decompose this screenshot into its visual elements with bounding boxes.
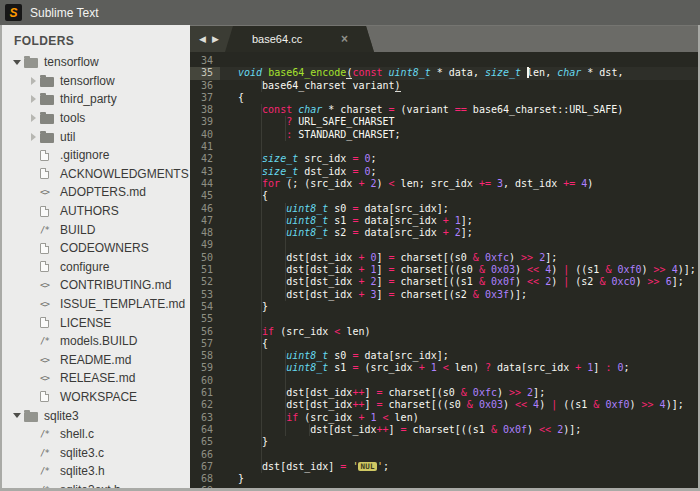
code-text[interactable]: dst[dst_idx++] = charset[((s1 & 0x0f) <<… (220, 424, 698, 436)
line-number[interactable]: 45 (190, 190, 220, 202)
tab-close-icon[interactable]: × (341, 34, 348, 44)
tree-item[interactable]: util (2, 127, 190, 146)
code-text[interactable]: } (220, 473, 698, 485)
code-text[interactable]: dst[dst_idx] = 'NUL'; (220, 461, 698, 473)
tree-item[interactable]: <>ADOPTERS.md (2, 183, 190, 202)
tree-item[interactable]: /*BUILD (2, 220, 190, 239)
code-line[interactable]: 36base64_charset variant) (190, 80, 698, 92)
code-line[interactable]: 39? URL_SAFE_CHARSET (190, 116, 698, 128)
code-text[interactable] (220, 55, 698, 67)
line-number[interactable]: 59 (190, 362, 220, 374)
code-text[interactable] (220, 375, 698, 387)
line-number[interactable]: 43 (190, 166, 220, 178)
tree-item[interactable]: <>RELEASE.md (2, 369, 190, 388)
code-text[interactable] (220, 449, 698, 461)
line-number[interactable]: 56 (190, 326, 220, 338)
line-number[interactable]: 54 (190, 301, 220, 313)
expand-icon[interactable] (26, 77, 40, 85)
line-number[interactable]: 61 (190, 387, 220, 399)
line-number[interactable]: 46 (190, 203, 220, 215)
tree-item[interactable]: configure (2, 258, 190, 277)
line-number[interactable]: 42 (190, 153, 220, 165)
code-line[interactable]: 58uint8_t s0 = data[src_idx]; (190, 350, 698, 362)
tab-label[interactable]: base64.cc (252, 33, 341, 45)
code-line[interactable]: 59uint8_t s1 = (src_idx + 1 < len) ? dat… (190, 362, 698, 374)
code-line[interactable]: 67dst[dst_idx] = 'NUL'; (190, 461, 698, 473)
code-text[interactable]: base64_charset variant) (220, 80, 698, 92)
code-text[interactable]: uint8_t s1 = data[src_idx + 1]; (220, 215, 698, 227)
code-line[interactable]: 49 (190, 239, 698, 251)
line-number[interactable]: 50 (190, 252, 220, 264)
code-line[interactable]: 43size_t dst_idx = 0; (190, 166, 698, 178)
line-number[interactable]: 66 (190, 449, 220, 461)
code-line[interactable]: 60 (190, 375, 698, 387)
tab-base64[interactable]: base64.cc × (225, 26, 374, 52)
line-number[interactable]: 67 (190, 461, 220, 473)
code-line[interactable]: 50dst[dst_idx + 0] = charset[(s0 & 0xfc)… (190, 252, 698, 264)
line-number[interactable]: 39 (190, 116, 220, 128)
line-number[interactable]: 53 (190, 289, 220, 301)
tab-scroll-right-icon[interactable]: ▶ (212, 34, 219, 44)
code-text[interactable]: uint8_t s2 = data[src_idx + 2]; (220, 227, 698, 239)
line-number[interactable]: 65 (190, 436, 220, 448)
code-line[interactable]: 38const char * charset = (variant == bas… (190, 104, 698, 116)
code-text[interactable]: } (220, 301, 698, 313)
code-text[interactable]: void base64_encode(const uint8_t * data,… (220, 67, 698, 79)
code-line[interactable]: 68} (190, 473, 698, 485)
tree-item[interactable]: /*shell.c (2, 425, 190, 444)
tree-item[interactable]: .gitignore (2, 146, 190, 165)
expand-icon[interactable] (26, 133, 40, 141)
code-text[interactable]: ? URL_SAFE_CHARSET (220, 116, 698, 128)
code-line[interactable]: 45{ (190, 190, 698, 202)
code-line[interactable]: 64dst[dst_idx++] = charset[((s1 & 0x0f) … (190, 424, 698, 436)
line-number[interactable]: 55 (190, 313, 220, 325)
tree-item[interactable]: WORKSPACE (2, 388, 190, 407)
collapse-icon[interactable] (10, 413, 24, 418)
code-text[interactable]: size_t src_idx = 0; (220, 153, 698, 165)
code-text[interactable]: const char * charset = (variant == base6… (220, 104, 698, 116)
code-text[interactable]: : STANDARD_CHARSET; (220, 129, 698, 141)
tree-item[interactable]: <>ISSUE_TEMPLATE.md (2, 295, 190, 314)
line-number[interactable]: 49 (190, 239, 220, 251)
line-number[interactable]: 62 (190, 399, 220, 411)
code-line[interactable]: 51dst[dst_idx + 1] = charset[((s0 & 0x03… (190, 264, 698, 276)
code-line[interactable]: 41 (190, 141, 698, 153)
code-line[interactable]: 44for (; (src_idx + 2) < len; src_idx +=… (190, 178, 698, 190)
code-text[interactable]: for (; (src_idx + 2) < len; src_idx += 3… (220, 178, 698, 190)
code-line[interactable]: 66 (190, 449, 698, 461)
code-text[interactable]: dst[dst_idx + 2] = charset[((s1 & 0x0f) … (220, 276, 698, 288)
code-line[interactable]: 69 (190, 485, 698, 488)
code-text[interactable] (220, 141, 698, 153)
code-text[interactable]: dst[dst_idx + 3] = charset[(s2 & 0x3f)]; (220, 289, 698, 301)
code-text[interactable]: { (220, 92, 698, 104)
tree-item[interactable]: ACKNOWLEDGMENTS (2, 165, 190, 184)
code-line[interactable]: 48uint8_t s2 = data[src_idx + 2]; (190, 227, 698, 239)
line-number[interactable]: 52 (190, 276, 220, 288)
code-line[interactable]: 35void base64_encode(const uint8_t * dat… (190, 67, 698, 79)
tree-item[interactable]: /*sqlite3ext.h (2, 481, 190, 488)
line-number[interactable]: 63 (190, 412, 220, 424)
tree-item[interactable]: tools (2, 109, 190, 128)
code-line[interactable]: 52dst[dst_idx + 2] = charset[((s1 & 0x0f… (190, 276, 698, 288)
tree-item[interactable]: sqlite3 (2, 406, 190, 425)
code-line[interactable]: 65} (190, 436, 698, 448)
code-text[interactable]: { (220, 190, 698, 202)
expand-icon[interactable] (26, 95, 40, 103)
tree-item[interactable]: CODEOWNERS (2, 239, 190, 258)
tree-item[interactable]: /*sqlite3.h (2, 462, 190, 481)
code-text[interactable]: uint8_t s0 = data[src_idx]; (220, 350, 698, 362)
line-number[interactable]: 40 (190, 129, 220, 141)
line-number[interactable]: 35 (190, 67, 220, 79)
tree-item[interactable]: <>README.md (2, 351, 190, 370)
line-number[interactable]: 64 (190, 424, 220, 436)
code-line[interactable]: 55 (190, 313, 698, 325)
tree-item[interactable]: LICENSE (2, 313, 190, 332)
expand-icon[interactable] (26, 114, 40, 122)
code-line[interactable]: 37{ (190, 92, 698, 104)
code-text[interactable]: { (220, 338, 698, 350)
code-line[interactable]: 63if (src_idx + 1 < len) (190, 412, 698, 424)
code-line[interactable]: 53dst[dst_idx + 3] = charset[(s2 & 0x3f)… (190, 289, 698, 301)
code-line[interactable]: 47uint8_t s1 = data[src_idx + 1]; (190, 215, 698, 227)
code-line[interactable]: 40: STANDARD_CHARSET; (190, 129, 698, 141)
code-text[interactable] (220, 313, 698, 325)
